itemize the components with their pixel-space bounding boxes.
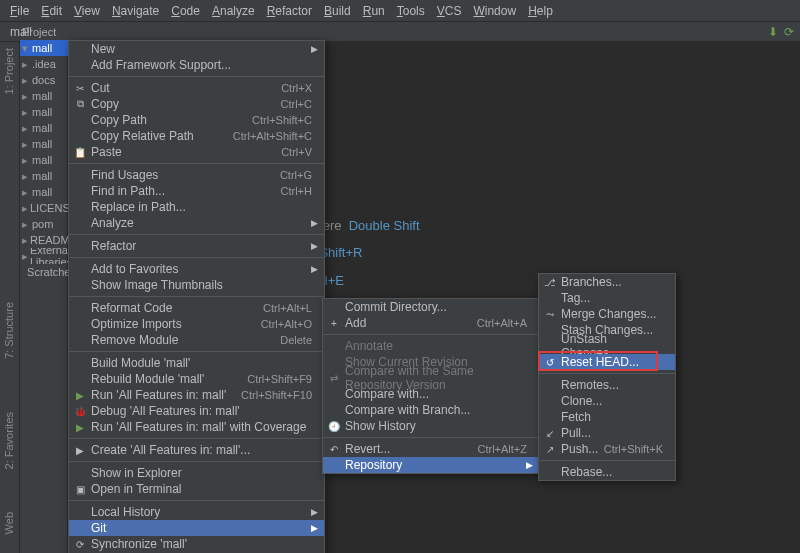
menu-refactor[interactable]: Refactor <box>261 2 318 20</box>
vcs-icon[interactable]: ⟳ <box>784 25 794 39</box>
menu-item[interactable]: ↙Pull... <box>539 425 675 441</box>
menu-item[interactable]: ▣Open in Terminal <box>69 481 324 497</box>
context-menu-project[interactable]: New▶Add Framework Support...✂CutCtrl+X⧉C… <box>68 40 325 553</box>
tree-root[interactable]: ▾mall <box>20 40 68 56</box>
menu-shortcut: Ctrl+V <box>281 146 312 158</box>
menu-help[interactable]: Help <box>522 2 559 20</box>
menu-build[interactable]: Build <box>318 2 357 20</box>
menu-item[interactable]: Commit Directory... <box>323 299 539 315</box>
menu-item-label: Find Usages <box>91 168 158 182</box>
hint-shortcut: Double Shift <box>349 218 420 233</box>
menu-item[interactable]: ⎇Branches... <box>539 274 675 290</box>
menu-item[interactable]: ↺Reset HEAD... <box>539 354 675 370</box>
context-menu-repository[interactable]: ⎇Branches...Tag...⤳Merge Changes...Stash… <box>538 273 676 481</box>
tree-scratches[interactable]: Scratches <box>20 264 68 280</box>
menu-item[interactable]: ▶Run 'All Features in: mall' with Covera… <box>69 419 324 435</box>
menu-item[interactable]: ✂CutCtrl+X <box>69 80 324 96</box>
tree-item[interactable]: ▸mall <box>20 88 68 104</box>
create-all-features-in-mall--icon: ▶ <box>73 445 87 456</box>
menu-item[interactable]: Find in Path...Ctrl+H <box>69 183 324 199</box>
menu-item[interactable]: Optimize ImportsCtrl+Alt+O <box>69 316 324 332</box>
tree-external[interactable]: ▸External Libraries <box>20 248 68 264</box>
menu-item[interactable]: Compare with... <box>323 386 539 402</box>
menu-item[interactable]: ▶Create 'All Features in: mall'... <box>69 442 324 458</box>
menu-item[interactable]: Reformat CodeCtrl+Alt+L <box>69 300 324 316</box>
menu-item[interactable]: ⟳Synchronize 'mall' <box>69 536 324 552</box>
tree-item[interactable]: ▸mall <box>20 168 68 184</box>
menu-item[interactable]: Clone... <box>539 393 675 409</box>
tree-item[interactable]: ▸docs <box>20 72 68 88</box>
menu-vcs[interactable]: VCS <box>431 2 468 20</box>
menu-item[interactable]: UnStash Changes... <box>539 338 675 354</box>
gutter-web[interactable]: Web <box>3 512 15 534</box>
menu-file[interactable]: File <box>4 2 35 20</box>
paste-icon: 📋 <box>73 147 87 158</box>
menu-item-label: Merge Changes... <box>561 307 656 321</box>
menu-shortcut: Ctrl+Alt+A <box>477 317 527 329</box>
menu-item[interactable]: ↗Push...Ctrl+Shift+K <box>539 441 675 457</box>
menu-item[interactable]: Tag... <box>539 290 675 306</box>
menu-item[interactable]: New▶ <box>69 41 324 57</box>
menu-item[interactable]: Rebuild Module 'mall'Ctrl+Shift+F9 <box>69 371 324 387</box>
menu-item[interactable]: 🐞Debug 'All Features in: mall' <box>69 403 324 419</box>
menu-item[interactable]: Analyze▶ <box>69 215 324 231</box>
tree-header[interactable]: Project <box>20 24 68 40</box>
menu-item[interactable]: Remove ModuleDelete <box>69 332 324 348</box>
tree-item[interactable]: ▸README <box>20 232 68 248</box>
menu-code[interactable]: Code <box>165 2 206 20</box>
project-tree[interactable]: Project ▾mall ▸.idea▸docs▸mall▸mall▸mall… <box>20 22 68 280</box>
tree-item[interactable]: ▸.idea <box>20 56 68 72</box>
debug-all-features-in-mall--icon: 🐞 <box>73 406 87 417</box>
menu-item[interactable]: Compare with Branch... <box>323 402 539 418</box>
tree-item[interactable]: ▸mall <box>20 184 68 200</box>
tree-item[interactable]: ▸mall <box>20 136 68 152</box>
tree-item[interactable]: ▸mall <box>20 104 68 120</box>
menu-item[interactable]: ⤳Merge Changes... <box>539 306 675 322</box>
menu-item[interactable]: ↶Revert...Ctrl+Alt+Z <box>323 441 539 457</box>
menu-item[interactable]: Git▶ <box>69 520 324 536</box>
menu-navigate[interactable]: Navigate <box>106 2 165 20</box>
reset-head--icon: ↺ <box>543 357 557 368</box>
menu-item[interactable]: Add to Favorites▶ <box>69 261 324 277</box>
menu-edit[interactable]: Edit <box>35 2 68 20</box>
menu-item-label: Copy Path <box>91 113 147 127</box>
menu-item[interactable]: Find UsagesCtrl+G <box>69 167 324 183</box>
menu-item[interactable]: Repository▶ <box>323 457 539 473</box>
menu-item[interactable]: ▶Run 'All Features in: mall'Ctrl+Shift+F… <box>69 387 324 403</box>
menu-window[interactable]: Window <box>467 2 522 20</box>
menu-item[interactable]: Fetch <box>539 409 675 425</box>
menu-item[interactable]: Show Image Thumbnails <box>69 277 324 293</box>
gutter-structure[interactable]: 7: Structure <box>3 302 15 359</box>
menu-analyze[interactable]: Analyze <box>206 2 261 20</box>
menu-item[interactable]: ⧉CopyCtrl+C <box>69 96 324 112</box>
menu-item[interactable]: Show in Explorer <box>69 465 324 481</box>
menu-item[interactable]: Replace in Path... <box>69 199 324 215</box>
menu-item[interactable]: Build Module 'mall' <box>69 355 324 371</box>
menu-item[interactable]: 📋PasteCtrl+V <box>69 144 324 160</box>
tree-item[interactable]: ▸mall <box>20 152 68 168</box>
menu-item-label: Show in Explorer <box>91 466 182 480</box>
menu-item[interactable]: Remotes... <box>539 377 675 393</box>
menu-item[interactable]: 🕘Show History <box>323 418 539 434</box>
menu-item[interactable]: +AddCtrl+Alt+A <box>323 315 539 331</box>
menu-item[interactable]: Refactor▶ <box>69 238 324 254</box>
menu-tools[interactable]: Tools <box>391 2 431 20</box>
gutter-project[interactable]: 1: Project <box>3 48 15 94</box>
tree-item[interactable]: ▸pom <box>20 216 68 232</box>
gutter-favorites[interactable]: 2: Favorites <box>3 412 15 469</box>
tree-item[interactable]: ▸mall <box>20 120 68 136</box>
menu-item[interactable]: Local History▶ <box>69 504 324 520</box>
menu-item[interactable]: Rebase... <box>539 464 675 480</box>
menu-item-label: Compare with Branch... <box>345 403 470 417</box>
menu-run[interactable]: Run <box>357 2 391 20</box>
menu-item-label: Show Image Thumbnails <box>91 278 223 292</box>
menu-item[interactable]: Copy PathCtrl+Shift+C <box>69 112 324 128</box>
tree-item[interactable]: ▸LICENSE <box>20 200 68 216</box>
build-icon[interactable]: ⬇ <box>768 25 778 39</box>
menu-shortcut: Ctrl+Shift+F10 <box>241 389 312 401</box>
menu-item[interactable]: Copy Relative PathCtrl+Alt+Shift+C <box>69 128 324 144</box>
menu-view[interactable]: View <box>68 2 106 20</box>
menu-item-label: Local History <box>91 505 160 519</box>
context-menu-git[interactable]: Commit Directory...+AddCtrl+Alt+AAnnotat… <box>322 298 540 474</box>
menu-item[interactable]: Add Framework Support... <box>69 57 324 73</box>
